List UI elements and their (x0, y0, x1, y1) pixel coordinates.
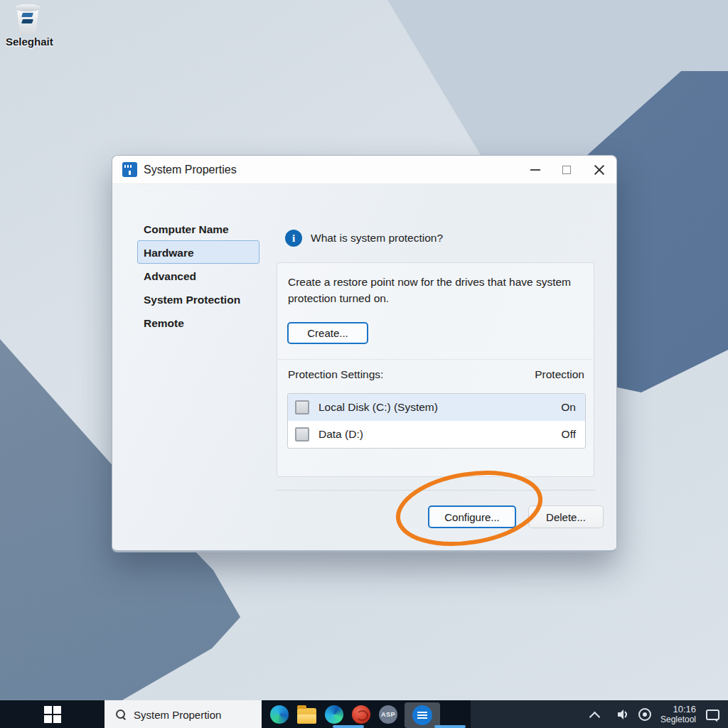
taskbar-clock[interactable]: 10:16 Segletool (660, 704, 696, 725)
drive-name: Data (D:) (318, 428, 562, 441)
system-properties-icon (122, 162, 137, 177)
minimize-button[interactable] (520, 156, 551, 184)
minimize-icon (530, 169, 540, 171)
taskbar-search-box[interactable]: System Propertion (105, 700, 262, 728)
desktop: Seleghait System Properties Computer Nam… (0, 0, 728, 728)
drive-icon (295, 400, 309, 414)
clock-time: 10:16 (660, 704, 696, 714)
volume-icon[interactable] (616, 709, 629, 720)
drive-protection-status: Off (562, 428, 576, 441)
create-button[interactable]: Create... (287, 322, 368, 344)
search-icon (116, 710, 126, 719)
tab-hardware[interactable]: Hardware (137, 240, 259, 264)
protection-settings-label: Protection Settings: (288, 368, 383, 381)
desktop-icon-label: Seleghait (6, 36, 50, 48)
red-browser-icon[interactable] (352, 705, 370, 724)
tab-advanced[interactable]: Advanced (137, 264, 259, 287)
protection-column-header: Protection (535, 368, 584, 381)
restore-point-description: Create a restore point now for the drive… (288, 274, 579, 306)
protection-drive-list: Local Disk (C:) (System) On Data (D:) Of… (287, 393, 586, 449)
clock-date: Segletool (660, 714, 696, 725)
window-controls (520, 156, 616, 184)
info-icon: i (285, 230, 302, 247)
notification-icon[interactable] (706, 710, 719, 720)
asp-app-icon[interactable]: ASP (379, 705, 397, 724)
windows-logo-icon (44, 706, 61, 723)
system-protection-help-link[interactable]: i What is system protection? (285, 230, 443, 247)
system-properties-taskbar-icon (412, 705, 432, 725)
edge-icon[interactable] (270, 705, 289, 724)
system-properties-taskbar-button[interactable] (405, 702, 440, 728)
taskbar: System Propertion ASP 10:16 Segletool (0, 700, 728, 728)
protection-settings-header: Protection Settings: Protection (288, 368, 584, 381)
desktop-icon-recycle-bin[interactable]: Seleghait (6, 4, 50, 48)
tab-system-protection[interactable]: System Protection (137, 287, 259, 311)
tab-remote[interactable]: Remote (137, 311, 259, 334)
recycle-bin-icon (14, 4, 41, 34)
help-link-label: What is system protection? (311, 232, 443, 245)
taskbar-app-icons: ASP (262, 700, 471, 728)
drive-icon (295, 427, 309, 441)
drive-name: Local Disk (C:) (System) (318, 401, 561, 414)
drive-row-local-disk-c[interactable]: Local Disk (C:) (System) On (288, 394, 585, 421)
drive-protection-status: On (561, 401, 576, 414)
titlebar[interactable]: System Properties (112, 156, 616, 184)
chevron-up-icon[interactable] (591, 709, 607, 721)
drive-row-data-d[interactable]: Data (D:) Off (288, 421, 585, 448)
window-title: System Properties (144, 164, 237, 176)
system-tray: 10:16 Segletool (471, 700, 728, 728)
maximize-icon (562, 166, 571, 174)
restore-point-groupbox: Create a restore point now for the drive… (277, 262, 594, 477)
maximize-button[interactable] (551, 156, 582, 184)
active-indicator (333, 725, 364, 728)
configure-button[interactable]: Configure... (428, 505, 516, 528)
search-box-text: System Propertion (134, 709, 221, 721)
tab-computer-name[interactable]: Computer Name (137, 217, 259, 240)
close-button[interactable] (582, 156, 616, 184)
active-indicator (434, 725, 466, 728)
file-explorer-icon[interactable] (297, 708, 316, 724)
eye-icon[interactable] (638, 708, 651, 721)
start-button[interactable] (0, 700, 105, 728)
system-properties-window: System Properties Computer Name Hardware… (112, 155, 617, 552)
dialog-tab-list: Computer Name Hardware Advanced System P… (137, 217, 259, 334)
edge-icon-2[interactable] (325, 705, 343, 724)
action-row-divider (275, 490, 595, 491)
groupbox-divider (278, 359, 593, 360)
delete-button[interactable]: Delete... (528, 505, 604, 528)
